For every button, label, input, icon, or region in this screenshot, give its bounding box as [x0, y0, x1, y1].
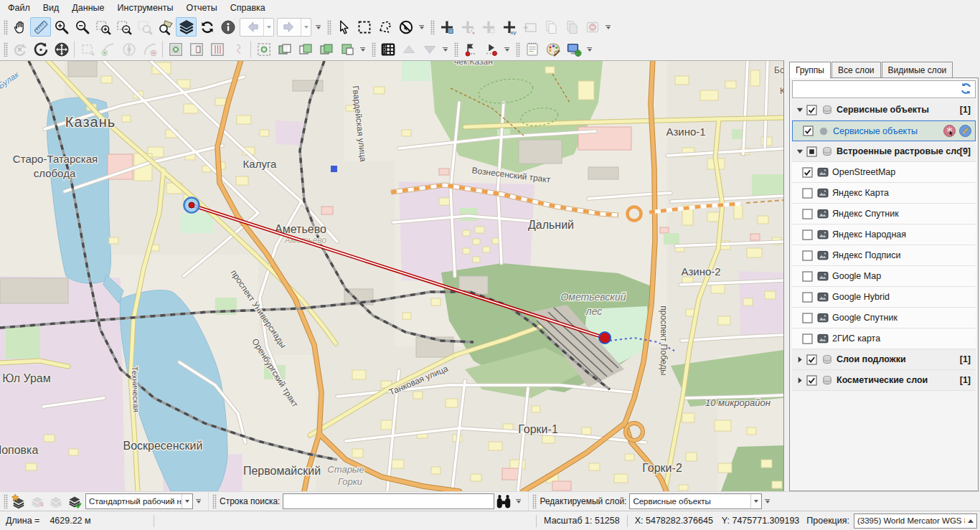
nav-back-dropdown-arrow[interactable] — [263, 19, 273, 36]
overlay-subtract-button[interactable] — [316, 39, 336, 59]
layer-row[interactable]: Яндекс Подписи — [792, 245, 976, 266]
toolbar-overflow[interactable] — [604, 17, 612, 37]
rotate-by-angle-button[interactable] — [118, 39, 139, 59]
toolbar-overflow[interactable] — [585, 39, 593, 59]
overlay-intersect-button[interactable] — [295, 39, 316, 59]
zoom-area-button[interactable] — [134, 17, 155, 37]
toolbar-grip[interactable] — [212, 494, 217, 508]
workset-save-button[interactable] — [65, 493, 84, 511]
select-rect-button[interactable] — [354, 17, 374, 37]
layer-row[interactable]: Google Спутник — [792, 308, 976, 328]
map-search-input[interactable] — [283, 493, 494, 509]
map-canvas[interactable]: КазаньСтаро-ТатарскаяслободаКалугаАметье… — [0, 60, 784, 491]
layer-row[interactable]: Google Hybrid — [792, 287, 976, 308]
create-node-button[interactable] — [457, 17, 478, 37]
toolbar-grip[interactable] — [4, 42, 8, 57]
overlay-union-button[interactable] — [274, 39, 295, 59]
layer-checkbox[interactable] — [806, 105, 817, 115]
service-edit-icon[interactable] — [959, 125, 971, 137]
editable-layer-dropdown-arrow[interactable] — [750, 494, 761, 508]
toolbar-grip[interactable] — [430, 20, 435, 34]
refresh-layers-icon[interactable] — [959, 82, 975, 98]
layer-search-input[interactable] — [793, 81, 959, 98]
group-create-button[interactable] — [253, 39, 274, 59]
resize-object-button[interactable] — [77, 39, 98, 59]
paste-object-button[interactable] — [561, 17, 582, 37]
projection-dropdown-arrow[interactable] — [965, 519, 976, 523]
layer-checkbox[interactable] — [806, 354, 817, 365]
object-info-button[interactable] — [217, 17, 238, 37]
layer-checkbox[interactable] — [802, 167, 813, 178]
workset-dropdown-arrow[interactable] — [182, 494, 192, 508]
pan-tool-button[interactable] — [9, 17, 30, 37]
layer-group-row[interactable]: Косметические слои[1] — [792, 370, 976, 391]
attribute-table-button[interactable] — [377, 39, 398, 59]
toolbar-grip[interactable] — [4, 494, 8, 508]
create-by-coords-button[interactable]: xy — [499, 17, 519, 37]
layer-checkbox[interactable] — [802, 313, 813, 323]
toolbar-grip[interactable] — [516, 42, 520, 57]
zoom-out-button[interactable] — [72, 17, 93, 37]
toolbar-grip[interactable] — [327, 20, 331, 34]
toolbar-overflow[interactable] — [418, 17, 425, 37]
toolbar-overflow[interactable] — [514, 492, 522, 511]
tab-1[interactable]: Все слои — [831, 62, 881, 77]
layer-row[interactable]: Яндекс Карта — [792, 183, 976, 204]
delete-object-button[interactable] — [582, 17, 603, 37]
nav-back-button[interactable] — [240, 18, 274, 37]
tab-0[interactable]: Группы — [789, 62, 831, 78]
zoom-rect-out-button[interactable] — [113, 17, 134, 37]
layer-group-row[interactable]: Сервисные объекты[1] — [792, 100, 976, 120]
menu-0[interactable]: Файл — [1, 1, 37, 15]
measure-tool-button[interactable] — [30, 17, 51, 37]
menu-2[interactable]: Данные — [65, 1, 110, 15]
workset-combobox[interactable]: Стандартный рабочий набор — [85, 493, 193, 509]
move-up-button[interactable] — [398, 39, 419, 59]
zoom-in-button[interactable] — [51, 17, 72, 37]
layer-checkbox[interactable] — [802, 229, 813, 240]
frame-split-button[interactable] — [207, 39, 227, 59]
projection-combobox[interactable]: (3395) World Mercator WGS 84 — [854, 514, 977, 529]
zoom-select-button[interactable] — [155, 17, 176, 37]
toolbar-overflow[interactable] — [194, 492, 202, 511]
rotate-object-button[interactable] — [30, 39, 51, 59]
toolbar-overflow[interactable] — [359, 39, 367, 59]
move-down-button[interactable] — [419, 39, 440, 59]
collapse-arrow-icon[interactable] — [794, 376, 805, 384]
workset-import-button[interactable] — [28, 493, 47, 511]
select-polygon-button[interactable] — [374, 17, 395, 37]
menu-3[interactable]: Инструменты — [111, 1, 180, 15]
paste-frame-button[interactable] — [519, 17, 540, 37]
layer-checkbox[interactable] — [806, 375, 817, 386]
zoom-rect-in-button[interactable] — [93, 17, 113, 37]
layers-visibility-button[interactable] — [176, 17, 197, 37]
toolbar-overflow[interactable] — [314, 17, 322, 37]
add-arc-button[interactable] — [98, 39, 118, 59]
layer-checkbox[interactable] — [803, 126, 814, 136]
layer-group-row[interactable]: Встроенные растровые слои[9] — [792, 141, 976, 162]
layer-row[interactable]: Google Map — [792, 266, 976, 287]
layer-checkbox[interactable] — [802, 188, 813, 199]
toolbar-grip[interactable] — [4, 20, 8, 34]
expand-arrow-icon[interactable] — [794, 147, 805, 156]
layer-row[interactable]: Яндекс Спутник — [792, 204, 976, 224]
legend-button[interactable] — [522, 39, 542, 59]
move-object-button[interactable] — [51, 39, 72, 59]
create-contour-button[interactable] — [478, 17, 499, 37]
layer-checkbox[interactable] — [802, 250, 813, 261]
topology-exit-button[interactable] — [481, 39, 501, 59]
toolbar-grip[interactable] — [454, 42, 458, 57]
select-tool-button[interactable] — [333, 17, 354, 37]
clear-selection-button[interactable] — [395, 17, 416, 37]
layer-row[interactable]: 2ГИС карта — [792, 328, 976, 349]
toolbar-grip[interactable] — [532, 494, 537, 508]
layer-checkbox[interactable] — [802, 209, 813, 219]
topology-entry-button[interactable] — [460, 39, 481, 59]
remove-arc-button[interactable] — [139, 39, 160, 59]
menu-5[interactable]: Справка — [224, 1, 272, 15]
map-style-button[interactable] — [542, 39, 563, 59]
overlay-sym-diff-button[interactable] — [336, 39, 357, 59]
layer-checkbox[interactable] — [802, 271, 813, 282]
toolbar-overflow[interactable] — [441, 39, 449, 59]
display-settings-button[interactable] — [563, 39, 584, 59]
